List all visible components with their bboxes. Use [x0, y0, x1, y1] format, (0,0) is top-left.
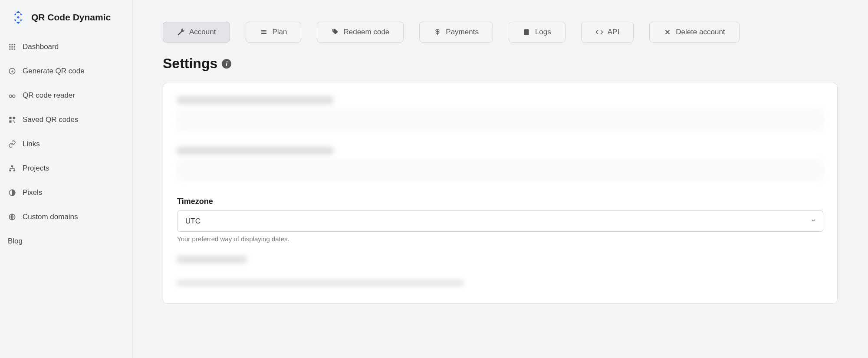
globe-icon: [8, 213, 16, 221]
scroll-icon: [523, 28, 531, 36]
glasses-icon: [8, 92, 16, 99]
sidebar-item-blog[interactable]: Blog: [0, 229, 132, 253]
svg-rect-17: [14, 122, 15, 123]
logo-icon: [10, 9, 27, 26]
tab-plan[interactable]: Plan: [246, 22, 301, 43]
tag-icon: [331, 28, 339, 36]
svg-rect-23: [261, 30, 266, 32]
svg-rect-14: [13, 117, 15, 119]
tab-label: Account: [189, 28, 216, 36]
grid-icon: [8, 43, 16, 51]
wrench-icon: [177, 28, 185, 36]
sidebar-item-label: Pixels: [23, 188, 42, 197]
svg-rect-6: [14, 46, 15, 48]
sidebar-item-label: Blog: [8, 237, 23, 246]
sidebar-item-dashboard[interactable]: Dashboard: [0, 35, 132, 59]
svg-rect-24: [261, 33, 266, 34]
qrcode-icon: [8, 116, 16, 124]
main-content: Account Plan Redeem code Payments Logs: [132, 0, 868, 358]
settings-tabs: Account Plan Redeem code Payments Logs: [163, 22, 838, 43]
sidebar-item-domains[interactable]: Custom domains: [0, 205, 132, 229]
svg-rect-15: [9, 121, 11, 123]
tab-label: Logs: [535, 28, 551, 36]
svg-rect-13: [9, 117, 11, 119]
svg-point-12: [13, 95, 15, 98]
logo[interactable]: QR Code Dynamic: [0, 9, 132, 35]
info-icon[interactable]: i: [222, 59, 231, 69]
sidebar-item-label: QR code reader: [23, 91, 75, 100]
adjust-icon: [8, 189, 16, 197]
svg-rect-16: [13, 121, 14, 122]
timezone-label: Timezone: [177, 197, 823, 206]
timezone-help: Your preferred way of displaying dates.: [177, 235, 823, 243]
sidebar: QR Code Dynamic Dashboard Generate QR co…: [0, 0, 132, 358]
plus-circle-icon: [8, 67, 16, 75]
svg-rect-1: [9, 44, 10, 45]
sidebar-item-label: Dashboard: [23, 43, 59, 51]
layers-icon: [260, 28, 268, 36]
page-title: Settings: [163, 56, 217, 72]
blurred-field-2: [177, 147, 823, 181]
link-icon: [8, 140, 16, 148]
tab-label: Redeem code: [343, 28, 389, 36]
tab-payments[interactable]: Payments: [419, 22, 493, 43]
page-heading: Settings i: [163, 56, 838, 72]
tab-label: Payments: [446, 28, 479, 36]
timezone-field: Timezone UTC Your preferred way of displ…: [177, 197, 823, 243]
sidebar-item-label: Projects: [23, 164, 49, 173]
tab-label: API: [608, 28, 619, 36]
sidebar-item-projects[interactable]: Projects: [0, 156, 132, 181]
sidebar-item-label: Links: [23, 140, 40, 148]
dollar-icon: [434, 28, 441, 36]
sidebar-item-label: Generate QR code: [23, 67, 85, 76]
sidebar-item-reader[interactable]: QR code reader: [0, 83, 132, 108]
tab-api[interactable]: API: [581, 22, 634, 43]
svg-rect-3: [14, 44, 15, 45]
blurred-field-1: [177, 96, 823, 130]
close-icon: [664, 28, 671, 36]
sidebar-item-links[interactable]: Links: [0, 132, 132, 156]
sidebar-item-label: Custom domains: [23, 213, 78, 221]
tab-label: Plan: [272, 28, 287, 36]
svg-rect-18: [11, 165, 13, 167]
svg-rect-4: [9, 46, 10, 48]
tab-redeem[interactable]: Redeem code: [317, 22, 404, 43]
svg-rect-9: [14, 49, 15, 50]
code-icon: [595, 28, 603, 36]
svg-point-11: [9, 95, 12, 98]
settings-card: Timezone UTC Your preferred way of displ…: [163, 83, 838, 304]
sidebar-item-saved[interactable]: Saved QR codes: [0, 108, 132, 132]
svg-rect-19: [9, 170, 11, 171]
tab-delete-account[interactable]: Delete account: [649, 22, 739, 43]
diagram-icon: [8, 164, 16, 172]
svg-point-0: [17, 16, 20, 19]
sidebar-item-pixels[interactable]: Pixels: [0, 181, 132, 205]
tab-account[interactable]: Account: [163, 22, 230, 43]
logo-text: QR Code Dynamic: [31, 12, 111, 23]
svg-rect-7: [9, 49, 10, 50]
svg-rect-2: [12, 44, 13, 45]
tab-logs[interactable]: Logs: [509, 22, 566, 43]
sidebar-item-generate[interactable]: Generate QR code: [0, 59, 132, 83]
svg-rect-5: [12, 46, 13, 48]
sidebar-item-label: Saved QR codes: [23, 115, 79, 124]
blurred-field-3: [177, 256, 823, 263]
svg-rect-8: [12, 49, 13, 50]
timezone-select[interactable]: UTC: [177, 210, 823, 232]
blurred-text: [177, 280, 464, 286]
svg-rect-20: [13, 170, 15, 171]
tab-label: Delete account: [676, 28, 725, 36]
